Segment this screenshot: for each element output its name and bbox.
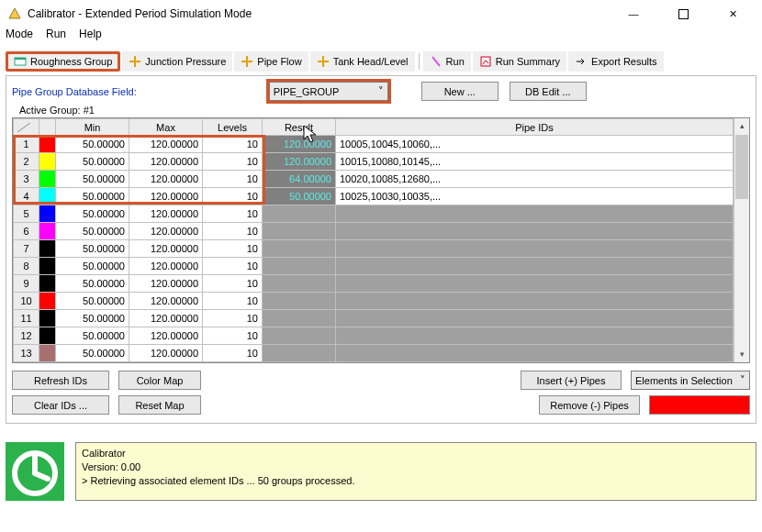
remove-pipes-button[interactable]: Remove (-) Pipes: [539, 395, 640, 415]
cell-max[interactable]: 120.00000: [129, 223, 203, 240]
reset-map-button[interactable]: Reset Map: [118, 395, 201, 415]
cell-result[interactable]: 64.00000: [263, 171, 336, 188]
cell-pipeids[interactable]: [336, 310, 734, 327]
cell-max[interactable]: 120.00000: [129, 258, 203, 275]
cell-max[interactable]: 120.00000: [129, 293, 203, 310]
cell-levels[interactable]: 10: [203, 205, 263, 223]
row-color[interactable]: [39, 171, 56, 188]
row-color[interactable]: [39, 136, 56, 153]
tank-head-button[interactable]: Tank Head/Level: [310, 51, 415, 72]
pipe-flow-button[interactable]: Pipe Flow: [234, 51, 308, 72]
cell-result[interactable]: [263, 293, 336, 310]
color-preview[interactable]: [649, 395, 750, 415]
cell-result[interactable]: [263, 310, 336, 327]
cell-max[interactable]: 120.00000: [129, 345, 203, 362]
table-row[interactable]: 950.00000120.0000010: [14, 275, 734, 293]
row-number[interactable]: 3: [14, 171, 39, 188]
insert-pipes-button[interactable]: Insert (+) Pipes: [521, 371, 622, 390]
cell-levels[interactable]: 10: [203, 136, 263, 153]
cell-min[interactable]: 50.00000: [56, 136, 129, 153]
cell-min[interactable]: 50.00000: [56, 275, 129, 293]
junction-pressure-button[interactable]: Junction Pressure: [122, 51, 232, 72]
menu-help[interactable]: Help: [79, 28, 102, 46]
table-row[interactable]: 350.00000120.000001064.0000010020,10085,…: [14, 171, 734, 188]
cell-result[interactable]: 120.00000: [263, 153, 336, 171]
cell-levels[interactable]: 10: [203, 327, 263, 345]
scroll-up-arrow[interactable]: ▴: [734, 118, 749, 134]
menu-mode[interactable]: Mode: [6, 28, 33, 46]
cell-pipeids[interactable]: [336, 205, 734, 223]
col-min[interactable]: Min: [56, 119, 129, 136]
cell-min[interactable]: 50.00000: [56, 293, 129, 310]
cell-min[interactable]: 50.00000: [56, 240, 129, 258]
row-number[interactable]: 13: [14, 345, 39, 362]
col-max[interactable]: Max: [129, 119, 203, 136]
cell-pipeids[interactable]: 10020,10085,12680,...: [336, 171, 734, 188]
export-results-button[interactable]: Export Results: [568, 51, 664, 72]
cell-max[interactable]: 120.00000: [129, 327, 203, 345]
table-row[interactable]: 150.00000120.0000010120.0000010005,10045…: [14, 136, 734, 153]
cell-max[interactable]: 120.00000: [129, 188, 203, 205]
cell-levels[interactable]: 10: [203, 188, 263, 205]
cell-pipeids[interactable]: [336, 327, 734, 345]
row-number[interactable]: 12: [14, 327, 39, 345]
cell-pipeids[interactable]: 10005,10045,10060,...: [336, 136, 734, 153]
cell-levels[interactable]: 10: [203, 153, 263, 171]
cell-pipeids[interactable]: [336, 275, 734, 293]
cell-min[interactable]: 50.00000: [56, 153, 129, 171]
cell-max[interactable]: 120.00000: [129, 275, 203, 293]
cell-result[interactable]: [263, 275, 336, 293]
cell-max[interactable]: 120.00000: [129, 171, 203, 188]
roughness-group-button[interactable]: Roughness Group: [6, 51, 120, 72]
db-edit-button[interactable]: DB Edit ...: [510, 82, 587, 101]
row-color[interactable]: [39, 327, 56, 345]
table-row[interactable]: 650.00000120.0000010: [14, 223, 734, 240]
cell-levels[interactable]: 10: [203, 171, 263, 188]
cell-pipeids[interactable]: [336, 223, 734, 240]
cell-result[interactable]: [263, 240, 336, 258]
cell-min[interactable]: 50.00000: [56, 258, 129, 275]
maximize-button[interactable]: [667, 1, 700, 27]
close-button[interactable]: ✕: [716, 1, 749, 27]
table-row[interactable]: 250.00000120.0000010120.0000010015,10080…: [14, 153, 734, 171]
cell-levels[interactable]: 10: [203, 258, 263, 275]
clear-ids-button[interactable]: Clear IDs ...: [12, 395, 109, 415]
row-color[interactable]: [39, 205, 56, 223]
cell-levels[interactable]: 10: [203, 240, 263, 258]
cell-result[interactable]: 50.00000: [263, 188, 336, 205]
table-row[interactable]: 550.00000120.0000010: [14, 205, 734, 223]
row-color[interactable]: [39, 258, 56, 275]
cell-min[interactable]: 50.00000: [56, 223, 129, 240]
cell-levels[interactable]: 10: [203, 275, 263, 293]
table-row[interactable]: 1250.00000120.0000010: [14, 327, 734, 345]
row-number[interactable]: 6: [14, 223, 39, 240]
row-number[interactable]: 10: [14, 293, 39, 310]
row-color[interactable]: [39, 310, 56, 327]
scroll-thumb[interactable]: [735, 135, 748, 199]
cell-max[interactable]: 120.00000: [129, 136, 203, 153]
table-row[interactable]: 1150.00000120.0000010: [14, 310, 734, 327]
cell-pipeids[interactable]: 10015,10080,10145,...: [336, 153, 734, 171]
cell-max[interactable]: 120.00000: [129, 153, 203, 171]
row-color[interactable]: [39, 153, 56, 171]
row-number[interactable]: 7: [14, 240, 39, 258]
table-row[interactable]: 450.00000120.000001050.0000010025,10030,…: [14, 188, 734, 205]
run-button[interactable]: Run: [423, 51, 471, 72]
row-number[interactable]: 1: [14, 136, 39, 153]
col-result[interactable]: Result: [263, 119, 336, 136]
cell-min[interactable]: 50.00000: [56, 310, 129, 327]
row-number[interactable]: 8: [14, 258, 39, 275]
col-rownum[interactable]: [14, 119, 39, 136]
row-color[interactable]: [39, 345, 56, 362]
cell-levels[interactable]: 10: [203, 345, 263, 362]
table-row[interactable]: 750.00000120.0000010: [14, 240, 734, 258]
col-levels[interactable]: Levels: [203, 119, 263, 136]
pipe-group-dropdown[interactable]: PIPE_GROUP ˅: [269, 82, 388, 101]
row-number[interactable]: 5: [14, 205, 39, 223]
row-color[interactable]: [39, 188, 56, 205]
col-pipeids[interactable]: Pipe IDs: [336, 119, 734, 136]
cell-pipeids[interactable]: [336, 240, 734, 258]
cell-max[interactable]: 120.00000: [129, 310, 203, 327]
minimize-button[interactable]: —: [617, 1, 650, 27]
cell-levels[interactable]: 10: [203, 310, 263, 327]
